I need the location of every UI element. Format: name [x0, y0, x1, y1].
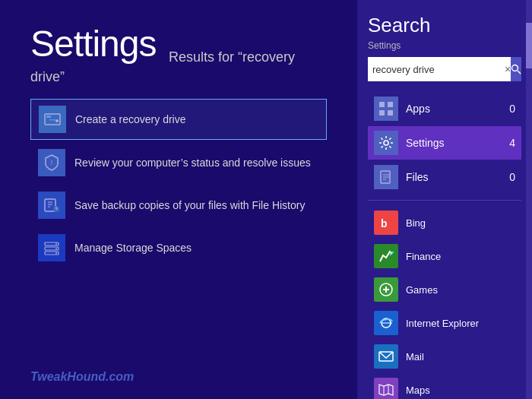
page-title: Settings [30, 24, 156, 64]
app-item-bing[interactable]: b Bing [368, 207, 521, 239]
bing-icon: b [374, 211, 398, 235]
bing-label: Bing [406, 217, 426, 229]
svg-rect-3 [49, 119, 55, 121]
category-apps[interactable]: Apps 0 [368, 92, 521, 125]
result-item-save-backup[interactable]: Save backup copies of your files with Fi… [30, 185, 327, 225]
app-item-maps[interactable]: Maps [368, 374, 521, 399]
svg-line-14 [518, 71, 521, 74]
left-panel: Settings Results for “recovery drive” Cr… [0, 0, 357, 399]
apps-category-icon [374, 97, 398, 121]
search-go-button[interactable] [511, 57, 521, 81]
svg-point-13 [512, 65, 518, 71]
search-clear-button[interactable]: × [505, 57, 511, 81]
scrollbar-thumb[interactable] [526, 23, 532, 68]
svg-text:!: ! [51, 159, 53, 166]
svg-marker-26 [379, 385, 393, 395]
watermark: TweakHound.com [30, 370, 134, 384]
files-label: Files [406, 171, 509, 183]
settings-label: Settings [406, 137, 509, 149]
history-icon [38, 192, 65, 219]
category-files[interactable]: Files 0 [368, 160, 521, 194]
search-panel-title: Search [368, 14, 521, 37]
result-text-review-status: Review your computer’s status and resolv… [74, 156, 311, 169]
apps-label: Apps [406, 103, 509, 115]
svg-point-12 [55, 252, 57, 254]
shield-icon: ! [38, 149, 65, 176]
drive-icon [39, 106, 66, 133]
settings-count: 4 [509, 137, 515, 149]
search-panel-subtitle: Settings [368, 40, 521, 51]
svg-text:b: b [381, 217, 388, 230]
search-box[interactable]: × [368, 57, 521, 81]
storage-icon [38, 234, 65, 261]
maps-icon [374, 378, 398, 399]
app-item-finance[interactable]: Finance [368, 240, 521, 272]
file-icon [378, 169, 394, 185]
results-header: Settings Results for “recovery drive” [30, 23, 327, 81]
svg-rect-16 [388, 102, 393, 107]
app-item-internet-explorer[interactable]: Internet Explorer [368, 307, 521, 339]
finance-icon [374, 244, 398, 268]
files-count: 0 [509, 171, 515, 183]
ie-label: Internet Explorer [406, 318, 479, 329]
result-item-manage-storage[interactable]: Manage Storage Spaces [30, 228, 327, 268]
svg-rect-18 [388, 110, 393, 116]
search-input[interactable] [368, 57, 505, 81]
apps-count: 0 [509, 103, 515, 115]
svg-point-19 [384, 141, 388, 145]
search-icon [511, 64, 521, 74]
divider [368, 200, 521, 201]
result-item-create-recovery[interactable]: Create a recovery drive [30, 99, 327, 140]
svg-rect-1 [46, 116, 51, 118]
app-item-mail[interactable]: Mail [368, 340, 521, 372]
games-icon [374, 277, 398, 302]
svg-marker-22 [390, 252, 394, 256]
ie-icon [374, 311, 398, 335]
svg-point-2 [55, 119, 59, 122]
result-text-create-recovery: Create a recovery drive [75, 112, 186, 126]
grid-icon [378, 101, 394, 116]
mail-icon [374, 344, 398, 369]
finance-label: Finance [406, 251, 441, 262]
svg-point-10 [55, 243, 57, 245]
maps-label: Maps [406, 385, 430, 396]
svg-rect-17 [379, 110, 385, 116]
files-category-icon [374, 165, 398, 189]
category-settings[interactable]: Settings 4 [368, 126, 521, 160]
result-item-review-status[interactable]: ! Review your computer’s status and reso… [30, 143, 327, 182]
games-label: Games [406, 284, 438, 296]
right-panel: Search Settings × Apps 0 [357, 0, 532, 399]
result-text-manage-storage: Manage Storage Spaces [74, 241, 192, 255]
settings-category-icon [374, 131, 398, 155]
svg-point-11 [55, 248, 57, 249]
mail-label: Mail [406, 351, 424, 363]
gear-icon [378, 135, 394, 150]
result-text-save-backup: Save backup copies of your files with Fi… [74, 198, 305, 212]
scrollbar[interactable] [526, 0, 532, 399]
svg-rect-15 [379, 102, 385, 107]
app-item-games[interactable]: Games [368, 274, 521, 306]
